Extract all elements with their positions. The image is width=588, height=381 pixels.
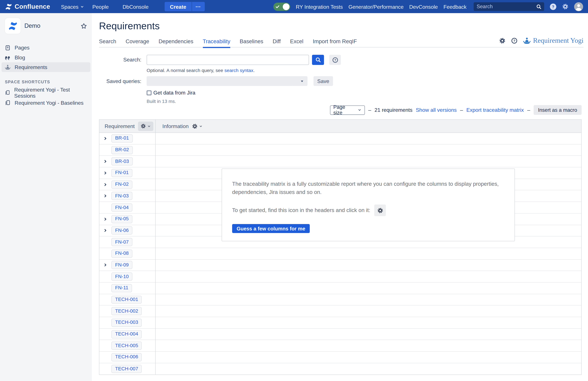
expand-row-icon[interactable]	[104, 136, 111, 140]
save-query-button[interactable]: Save	[314, 76, 333, 86]
requirement-key-badge[interactable]: BR-01	[111, 134, 133, 142]
requirement-key-badge[interactable]: FN-11	[111, 284, 132, 292]
search-help-button[interactable]	[329, 55, 341, 65]
info-card-description: The traceability matrix is a fully custo…	[232, 180, 501, 196]
insert-as-macro-button[interactable]: Insert as a macro	[533, 105, 582, 115]
requirement-key-badge[interactable]: FN-07	[111, 238, 132, 246]
sidebar-shortcut-item[interactable]: Requirement Yogi - Test Sessions	[0, 88, 92, 98]
requirement-yogi-logo-text: Requirement Yogi	[533, 37, 583, 45]
tab[interactable]: Import from ReqIF	[313, 38, 357, 48]
space-shortcuts-list: Requirement Yogi - Test Sessions Require…	[0, 88, 92, 108]
expand-row-icon[interactable]	[104, 263, 111, 267]
settings-gear-icon[interactable]	[562, 3, 568, 10]
expand-row-icon[interactable]	[104, 194, 111, 198]
sidebar-item-pages[interactable]: Pages	[0, 43, 92, 52]
space-logo[interactable]	[5, 18, 21, 34]
create-more-button[interactable]: •••	[192, 2, 205, 11]
guess-columns-button[interactable]: Guess a few columns for me	[232, 224, 310, 233]
gear-icon	[192, 123, 198, 129]
gear-icon-sample	[374, 204, 386, 216]
saved-queries-select[interactable]	[147, 76, 308, 86]
run-search-button[interactable]	[312, 55, 324, 65]
tab[interactable]: Coverage	[126, 38, 149, 48]
requirement-key-badge[interactable]: TECH-004	[111, 330, 142, 338]
chevron-down-icon	[147, 124, 151, 128]
tab[interactable]: Dependencies	[159, 38, 193, 48]
page-help-icon[interactable]	[511, 38, 518, 44]
information-column-settings-button[interactable]	[192, 123, 203, 129]
tabs-row: Search Coverage Dependencies Traceabilit…	[99, 36, 584, 48]
requirement-key-badge[interactable]: FN-10	[111, 272, 132, 281]
traceability-search-input[interactable]	[147, 55, 309, 65]
svg-text:?: ?	[552, 4, 554, 9]
nav-menu-item[interactable]: DbConsole	[118, 0, 158, 13]
expand-row-icon[interactable]	[104, 160, 111, 163]
confluence-brand[interactable]: Confluence	[5, 3, 50, 10]
requirement-key-badge[interactable]: TECH-006	[111, 353, 142, 361]
requirement-key-badge[interactable]: TECH-003	[111, 318, 142, 327]
get-data-from-jira-label: Get data from Jira	[153, 90, 195, 96]
requirement-key-badge[interactable]: TECH-005	[111, 341, 142, 350]
page-size-select[interactable]: Page size	[330, 105, 365, 114]
requirement-yogi-icon	[5, 65, 11, 70]
tab[interactable]: Diff	[273, 38, 281, 48]
requirement-key-badge[interactable]: BR-03	[111, 157, 133, 165]
requirement-key-badge[interactable]: FN-05	[111, 215, 132, 223]
space-name: Demo	[24, 22, 40, 29]
requirement-yogi-logo[interactable]: Requirement Yogi	[523, 37, 584, 45]
star-icon[interactable]	[81, 23, 87, 29]
sidebar: Demo Pages Blog Requirements SPACE SHORT…	[0, 13, 92, 381]
nav-link-devconsole[interactable]: DevConsole	[409, 4, 438, 10]
requirement-key-badge[interactable]: FN-03	[111, 192, 132, 200]
expand-row-icon[interactable]	[104, 217, 111, 221]
nav-link-feedback[interactable]: Feedback	[443, 4, 466, 10]
requirement-key-badge[interactable]: FN-02	[111, 180, 132, 189]
requirement-key-badge[interactable]: FN-09	[111, 261, 132, 269]
requirement-key-badge[interactable]: BR-02	[111, 146, 133, 154]
requirement-key-badge[interactable]: FN-06	[111, 226, 132, 235]
search-icon[interactable]	[536, 4, 542, 9]
help-icon[interactable]: ?	[550, 3, 556, 10]
tab[interactable]: Baselines	[240, 38, 263, 48]
expand-row-icon[interactable]	[104, 171, 111, 175]
blog-quote-icon	[5, 55, 11, 60]
table-row: TECH-004	[99, 329, 581, 340]
requirement-key-badge[interactable]: TECH-001	[111, 295, 142, 304]
nav-menu-item[interactable]: Spaces	[57, 0, 88, 13]
question-circle-icon	[332, 57, 338, 63]
global-search	[474, 2, 544, 11]
saved-queries-label: Saved queries:	[92, 78, 141, 84]
sidebar-item-blog[interactable]: Blog	[0, 53, 92, 62]
requirement-key-badge[interactable]: FN-04	[111, 203, 132, 212]
requirement-key-badge[interactable]: FN-01	[111, 169, 132, 177]
create-button[interactable]: Create	[165, 2, 191, 11]
requirement-column-settings-button[interactable]	[138, 121, 154, 131]
requirement-key-badge[interactable]: TECH-002	[111, 307, 142, 315]
nav-menu-item[interactable]: People	[88, 0, 118, 13]
requirement-key-badge[interactable]: TECH-007	[111, 365, 142, 373]
brand-label: Confluence	[15, 3, 50, 10]
expand-row-icon[interactable]	[104, 229, 111, 232]
nav-link-ry-integration-tests[interactable]: RY Integration Tests	[296, 4, 343, 10]
sidebar-shortcut-item[interactable]: Requirement Yogi - Baselines	[0, 98, 92, 108]
export-traceability-matrix-link[interactable]: Export traceability matrix	[466, 107, 524, 113]
table-row: TECH-006	[99, 352, 581, 363]
global-search-input[interactable]	[474, 4, 536, 9]
main-content: Requirements Search Coverage Dependencie…	[92, 13, 588, 381]
tab[interactable]: Excel	[290, 38, 303, 48]
nav-link-generator-performance[interactable]: Generator/Performance	[348, 4, 403, 10]
get-data-from-jira-checkbox[interactable]	[147, 90, 151, 95]
show-all-versions-link[interactable]: Show all versions	[416, 107, 457, 113]
feature-toggle[interactable]	[273, 2, 290, 11]
tab[interactable]: Search	[99, 38, 116, 48]
tab[interactable]: Traceability	[203, 38, 230, 48]
requirement-column-header: Requirement	[99, 121, 155, 131]
user-avatar[interactable]	[574, 2, 583, 11]
page-settings-gear-icon[interactable]	[499, 38, 506, 44]
expand-row-icon[interactable]	[104, 183, 111, 186]
search-syntax-link[interactable]: search syntax	[225, 68, 253, 73]
column-divider	[155, 120, 156, 375]
copy-pages-icon	[5, 100, 11, 105]
requirement-key-badge[interactable]: FN-08	[111, 249, 132, 258]
sidebar-item-requirements[interactable]: Requirements	[1, 62, 90, 72]
